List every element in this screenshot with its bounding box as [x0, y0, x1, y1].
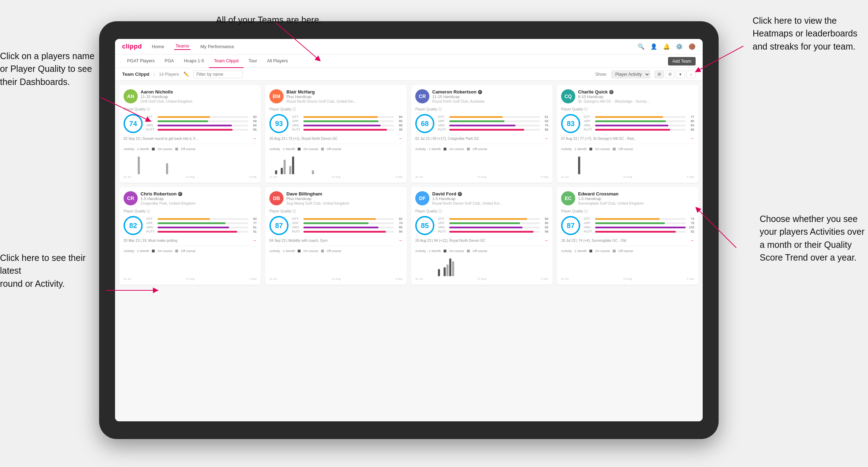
stat-value: 85 — [395, 119, 402, 123]
quality-section[interactable]: 83 OTT 77 APP 80 ARG 83 PUTT — [561, 114, 694, 133]
stat-row: PUTT 94 — [292, 230, 402, 233]
stat-label: APP — [146, 119, 156, 123]
show-dropdown[interactable]: Player Activity — [611, 70, 650, 78]
score-circle[interactable]: 87 — [269, 216, 289, 235]
player-name[interactable]: Edward Crossman — [578, 191, 694, 197]
score-circle[interactable]: 93 — [269, 114, 289, 133]
quality-section[interactable]: 93 OTT 84 APP 85 ARG 88 PUTT — [269, 114, 402, 133]
stats-bars: OTT 60 APP 77 ARG 81 PUTT 9 — [146, 217, 257, 234]
player-name[interactable]: Charlie Quick ✓ — [578, 89, 694, 95]
stat-row: PUTT 96 — [438, 230, 548, 233]
tab-tour[interactable]: Tour — [244, 55, 262, 68]
stat-row: ARG 85 — [292, 226, 402, 229]
score-circle[interactable]: 68 — [415, 114, 434, 133]
quality-section[interactable]: 68 OTT 61 APP 63 ARG 75 PUTT — [415, 114, 548, 133]
score-circle[interactable]: 74 — [124, 114, 143, 133]
round-arrow-icon[interactable]: → — [398, 136, 402, 141]
stat-row: APP 74 — [292, 221, 402, 225]
user-icon[interactable]: 👤 — [650, 43, 657, 50]
team-header: Team Clippd | 14 Players ✏️ Show: Player… — [115, 68, 703, 81]
filter-button[interactable]: ▼ — [676, 70, 685, 78]
player-card: CR Chris Robertson ✓ 1-5 Handicap Craigm… — [119, 187, 261, 285]
nav-teams[interactable]: Teams — [174, 43, 190, 50]
stat-label: APP — [146, 221, 156, 225]
stat-row: OTT 61 — [438, 115, 548, 119]
bell-icon[interactable]: 🔔 — [663, 43, 670, 50]
quality-section[interactable]: 82 OTT 60 APP 77 ARG 81 PUTT — [124, 216, 257, 235]
verified-badge: ✓ — [609, 90, 613, 94]
player-name[interactable]: Aaron Nicholls — [141, 89, 257, 95]
latest-round[interactable]: 07 Aug 23 | 77 (+7), St George's Hill GC… — [561, 136, 694, 141]
score-circle[interactable]: 87 — [561, 216, 580, 235]
search-icon[interactable]: 🔍 — [638, 43, 645, 50]
latest-round[interactable]: 02 Sep 23 | Sunset round to get back int… — [124, 136, 257, 141]
add-team-button[interactable]: Add Team — [668, 57, 696, 66]
card-header: EC Edward Crossman 1-5 Handicap Sunningd… — [561, 191, 694, 205]
stat-label: APP — [584, 221, 594, 225]
nav-home[interactable]: Home — [150, 44, 166, 49]
sort-button[interactable]: ↕ — [686, 70, 696, 78]
quality-section[interactable]: 87 OTT 73 APP 79 ARG 103 PUTT — [561, 216, 694, 235]
round-arrow-icon[interactable]: → — [690, 238, 694, 243]
score-circle[interactable]: 82 — [124, 216, 143, 235]
player-info: Dave Billingham Plus Handicap Sog Maing … — [286, 191, 402, 205]
activity-section: Activity · 1 Month On course Off course … — [561, 144, 694, 178]
settings-icon[interactable]: ⚙️ — [676, 43, 683, 50]
off-course-dot — [613, 148, 616, 150]
tab-pgat[interactable]: PGAT Players — [122, 55, 160, 68]
round-arrow-icon[interactable]: → — [252, 238, 257, 243]
avatar-icon[interactable]: 🟤 — [689, 43, 696, 50]
filter-input[interactable] — [193, 70, 243, 78]
quality-section[interactable]: 74 OTT 60 APP 58 ARG 84 PUTT — [124, 114, 257, 133]
stat-bar-fill — [449, 129, 524, 131]
round-arrow-icon[interactable]: → — [690, 136, 694, 141]
latest-round[interactable]: 02 Jul 23 | 59 (+17), Craigmillar Park G… — [415, 136, 548, 141]
chart-label: 31 Jul — [415, 175, 423, 178]
activity-section: Activity · 1 Month On course Off course … — [124, 144, 257, 178]
player-name[interactable]: David Ford ✓ — [432, 191, 548, 197]
edit-icon[interactable]: ✏️ — [183, 72, 189, 77]
quality-section[interactable]: 85 OTT 89 APP 80 ARG 83 PUTT — [415, 216, 548, 235]
tab-team-clippd[interactable]: Team Clippd — [209, 55, 243, 68]
quality-section[interactable]: 87 OTT 82 APP 74 ARG 85 PUTT — [269, 216, 402, 235]
stat-row: PUTT 92 — [584, 230, 694, 233]
stat-value: 95 — [395, 128, 402, 131]
latest-round[interactable]: 04 Sep 23 | Mobility with coach, Gym → — [269, 238, 402, 243]
avatar: EC — [561, 191, 575, 205]
stat-bar-fill — [449, 231, 533, 233]
stat-bar-fill — [303, 222, 369, 224]
cards-grid: AN Aaron Nicholls 11-15 Handicap Drift G… — [119, 85, 698, 285]
round-arrow-icon[interactable]: → — [544, 238, 548, 243]
chart-bar — [312, 170, 314, 174]
latest-round[interactable]: 26 Aug 23 | 84 (+12), Royal North Devon … — [415, 238, 548, 243]
score-circle[interactable]: 83 — [561, 114, 580, 133]
stat-row: OTT 77 — [584, 115, 694, 119]
player-name[interactable]: Dave Billingham — [286, 191, 402, 197]
chart-bar — [289, 166, 291, 174]
tab-all-players[interactable]: All Players — [262, 55, 293, 68]
latest-round[interactable]: 26 Aug 23 | 73 (+1), Royal North Devon G… — [269, 136, 402, 141]
stat-label: PUTT — [584, 230, 594, 233]
separator: | — [154, 72, 155, 77]
grid3-view-button[interactable]: ⊟ — [665, 70, 674, 78]
stat-bar-fill — [595, 116, 663, 118]
chart-label: 31 Jul — [561, 175, 569, 178]
stat-label: ARG — [438, 226, 448, 229]
player-name[interactable]: Cameron Robertson ✓ — [432, 89, 548, 95]
card-header: DB Dave Billingham Plus Handicap Sog Mai… — [269, 191, 402, 205]
round-arrow-icon[interactable]: → — [398, 238, 402, 243]
score-circle[interactable]: 85 — [415, 216, 434, 235]
nav-myperformance[interactable]: My Performance — [199, 44, 235, 49]
chart-bar — [281, 168, 283, 174]
player-name[interactable]: Blair McHarg — [286, 89, 402, 95]
latest-round[interactable]: 03 Mar 23 | 19, Must make putting → — [124, 238, 257, 243]
stat-bar-fill — [303, 231, 386, 233]
tab-hcaps[interactable]: Hcaps 1-5 — [179, 55, 209, 68]
grid4-view-button[interactable]: ⊞ — [655, 70, 664, 78]
card-header: BM Blair McHarg Plus Handicap Royal Nort… — [269, 89, 402, 103]
player-name[interactable]: Chris Robertson ✓ — [141, 191, 257, 197]
round-arrow-icon[interactable]: → — [544, 136, 548, 141]
round-arrow-icon[interactable]: → — [252, 136, 257, 141]
latest-round[interactable]: 18 Jul 23 | 74 (+4), Sunningdale GC - Ol… — [561, 238, 694, 243]
tab-pga[interactable]: PGA — [160, 55, 179, 68]
